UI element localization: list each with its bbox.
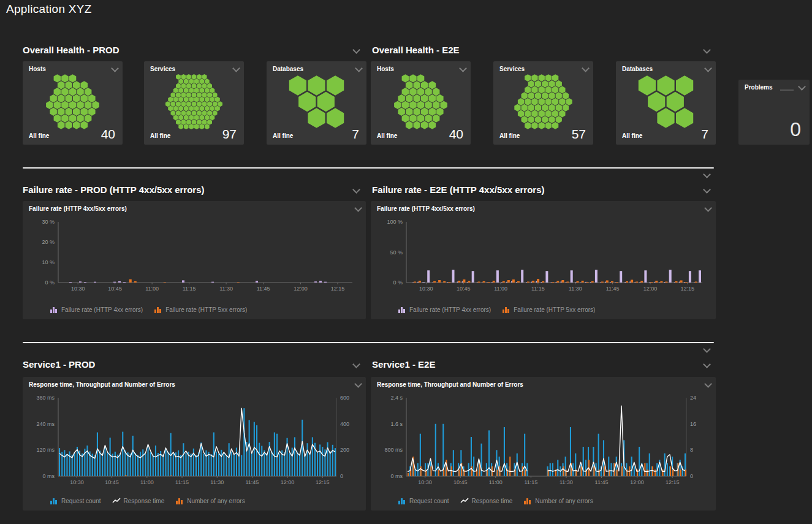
hexagon-entity[interactable]: [197, 101, 202, 107]
hexagon-entity[interactable]: [189, 97, 194, 102]
hexagon-entity[interactable]: [194, 88, 199, 93]
hexagon-entity[interactable]: [425, 115, 432, 123]
hexagon-entity[interactable]: [58, 94, 65, 102]
hexagon-entity[interactable]: [165, 101, 170, 107]
hexagon-entity[interactable]: [525, 98, 531, 105]
hexagon-entity[interactable]: [168, 106, 173, 112]
hexagon-entity[interactable]: [176, 110, 181, 116]
hexagon-entity[interactable]: [176, 92, 181, 97]
hexagon-entity[interactable]: [73, 94, 80, 102]
hexagon-entity[interactable]: [176, 83, 181, 89]
hexagon-entity[interactable]: [181, 101, 186, 107]
hexagon-entity[interactable]: [189, 88, 194, 93]
hexagon-entity[interactable]: [184, 106, 189, 112]
hexagon-entity[interactable]: [181, 74, 186, 80]
hexagon-entity[interactable]: [522, 104, 528, 112]
hexagon-entity[interactable]: [69, 101, 77, 109]
hexagon-entity[interactable]: [69, 74, 77, 82]
hexagon-entity[interactable]: [176, 74, 181, 80]
hexagon-entity[interactable]: [207, 83, 212, 89]
hexagon-entity[interactable]: [531, 86, 537, 94]
legend-item[interactable]: Failure rate (HTTP 5xx errors): [154, 306, 247, 313]
hexagon-entity[interactable]: [50, 108, 57, 116]
legend-item[interactable]: Request count: [50, 498, 101, 504]
hexagon-entity[interactable]: [556, 116, 562, 123]
hexagon-entity[interactable]: [440, 101, 447, 109]
hexagon-entity[interactable]: [197, 92, 202, 97]
hexagon-entity[interactable]: [61, 88, 69, 96]
hexagon-entity[interactable]: [207, 92, 212, 97]
hexagon-entity[interactable]: [409, 101, 417, 109]
hexagon-entity[interactable]: [417, 101, 425, 109]
hexagon-entity[interactable]: [556, 80, 562, 88]
hexagon-entity[interactable]: [421, 121, 428, 129]
hexagon-entity[interactable]: [545, 86, 552, 94]
hexagon-entity[interactable]: [202, 110, 207, 116]
hexagon-entity[interactable]: [402, 115, 409, 123]
hexagon-entity[interactable]: [317, 92, 335, 112]
chevron-down-icon[interactable]: [703, 345, 711, 353]
hexagon-entity[interactable]: [186, 74, 191, 80]
hexagon-entity[interactable]: [522, 92, 528, 99]
hexagon-entity[interactable]: [525, 86, 531, 94]
hexagon-entity[interactable]: [171, 101, 176, 107]
failure-rate-prod-tile[interactable]: Failure rate (HTTP 4xx/5xx errors) 0 %10…: [23, 201, 366, 319]
chevron-down-icon[interactable]: [704, 64, 712, 72]
hexagon-entity[interactable]: [202, 74, 207, 80]
hexagon-entity[interactable]: [525, 122, 531, 129]
hexagon-entity[interactable]: [436, 108, 444, 116]
hexagon-entity[interactable]: [168, 97, 173, 102]
hexagon-entity[interactable]: [184, 124, 189, 129]
hexagon-entity[interactable]: [425, 88, 432, 96]
hexagon-entity[interactable]: [327, 108, 344, 128]
hexagon-entity[interactable]: [308, 108, 325, 128]
hexagon-entity[interactable]: [199, 124, 204, 129]
hexagon-entity[interactable]: [205, 124, 210, 129]
hexagon-entity[interactable]: [531, 110, 537, 118]
hexagon-entity[interactable]: [189, 78, 194, 84]
hexagon-entity[interactable]: [535, 104, 541, 112]
hexagon-entity[interactable]: [199, 88, 204, 93]
hexagon-entity[interactable]: [173, 115, 178, 120]
hexagon-entity[interactable]: [192, 110, 197, 116]
hexagon-entity[interactable]: [202, 120, 207, 125]
hexagon-entity[interactable]: [563, 92, 569, 99]
hexagon-entity[interactable]: [539, 98, 545, 105]
hexagon-entity[interactable]: [192, 83, 197, 89]
hexagon-entity[interactable]: [528, 116, 534, 123]
hexagon-entity[interactable]: [308, 75, 325, 96]
failure-rate-e2e-tile[interactable]: Failure rate (HTTP 4xx/5xx errors) 0 %50…: [371, 201, 716, 319]
hexagon-entity[interactable]: [639, 75, 656, 96]
hexagon-entity[interactable]: [69, 115, 77, 123]
database-honeycomb[interactable]: [621, 74, 711, 130]
legend-item[interactable]: Number of any errors: [175, 498, 245, 504]
hexagon-entity[interactable]: [66, 81, 73, 89]
hexagon-entity[interactable]: [61, 101, 69, 109]
chevron-down-icon[interactable]: [354, 204, 362, 212]
health-tile-hosts-prod[interactable]: Hosts All fine 40: [23, 61, 123, 145]
health-tile-services-prod[interactable]: Services All fine 97: [144, 61, 244, 145]
hexagon-entity[interactable]: [425, 101, 432, 109]
hexagon-entity[interactable]: [73, 81, 80, 89]
health-tile-databases-e2e[interactable]: Databases All fine 7: [616, 61, 716, 145]
hexagon-entity[interactable]: [525, 110, 531, 118]
hexagon-entity[interactable]: [676, 108, 693, 128]
hexagon-entity[interactable]: [436, 94, 444, 102]
hexagon-entity[interactable]: [398, 94, 405, 102]
chevron-down-icon[interactable]: [352, 186, 360, 194]
hexagon-entity[interactable]: [210, 88, 214, 93]
hexagon-entity[interactable]: [215, 106, 220, 112]
hexagon-entity[interactable]: [402, 101, 409, 109]
hexagon-entity[interactable]: [81, 121, 88, 129]
hexagon-entity[interactable]: [186, 83, 191, 89]
hexagon-entity[interactable]: [202, 92, 207, 97]
hexagon-entity[interactable]: [210, 106, 214, 112]
chevron-down-icon[interactable]: [111, 64, 119, 72]
hexagon-entity[interactable]: [184, 115, 189, 120]
hexagon-entity[interactable]: [54, 115, 61, 123]
hexagon-entity[interactable]: [181, 110, 186, 116]
hexagon-entity[interactable]: [73, 121, 80, 129]
hexagon-entity[interactable]: [205, 97, 210, 102]
hexagon-entity[interactable]: [398, 108, 405, 116]
hexagon-entity[interactable]: [58, 108, 65, 116]
